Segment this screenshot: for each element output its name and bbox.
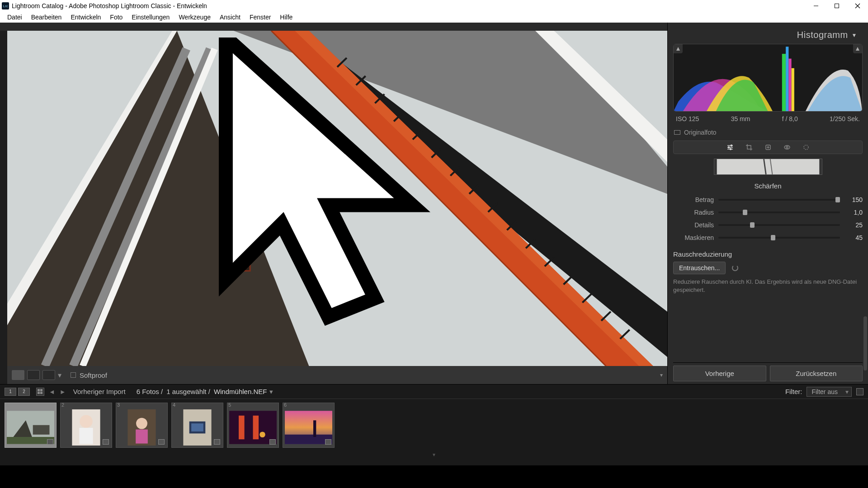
menu-ansicht[interactable]: Ansicht xyxy=(215,12,245,23)
svg-point-63 xyxy=(136,418,147,429)
exif-info: ISO 125 35 mm f / 8,0 1/250 Sek. xyxy=(673,112,863,126)
svg-point-49 xyxy=(784,145,790,149)
slider-details[interactable]: Details 25 xyxy=(673,219,863,231)
redeye-icon[interactable] xyxy=(783,143,791,151)
menu-fenster[interactable]: Fenster xyxy=(245,12,275,23)
slider-value[interactable]: 150 xyxy=(840,196,863,203)
shadow-clipping-icon[interactable] xyxy=(674,44,683,53)
primary-monitor-button[interactable]: 1 xyxy=(5,388,16,396)
masking-icon[interactable] xyxy=(802,143,810,151)
noise-reduction-title: Rauschreduzierung xyxy=(673,250,863,258)
thumbnail-4[interactable]: 4 xyxy=(171,403,223,448)
slider-label: Betrag xyxy=(673,196,718,203)
svg-rect-39 xyxy=(792,68,794,111)
detail-preview[interactable] xyxy=(714,159,822,175)
svg-rect-57 xyxy=(33,425,50,435)
slider-label: Radius xyxy=(673,209,718,216)
svg-rect-61 xyxy=(79,428,93,444)
menu-hilfe[interactable]: Hilfe xyxy=(275,12,297,23)
slider-radius[interactable]: Radius 1,0 xyxy=(673,206,863,219)
svg-rect-67 xyxy=(191,423,203,432)
menu-entwickeln[interactable]: Entwickeln xyxy=(66,12,105,23)
svg-point-60 xyxy=(80,415,92,427)
svg-rect-70 xyxy=(253,416,259,440)
svg-rect-52 xyxy=(717,159,819,174)
thumb-badge-icon xyxy=(269,439,276,445)
filter-select[interactable]: Filter aus ▾ xyxy=(807,387,852,397)
thumb-badge-icon xyxy=(158,439,165,445)
healing-icon[interactable] xyxy=(764,143,772,151)
thumb-badge-icon xyxy=(325,439,331,445)
svg-point-71 xyxy=(259,432,265,437)
source-path[interactable]: Vorheriger Import xyxy=(73,388,126,395)
thumbnail-5[interactable]: 5 xyxy=(227,403,279,448)
thumbnail-6[interactable]: 6 xyxy=(283,403,335,448)
denoise-button[interactable]: Entrauschen... xyxy=(673,262,726,274)
menu-foto[interactable]: Foto xyxy=(105,12,127,23)
workspace: ▾ Softproof ▾ Histogramm ▼ xyxy=(0,23,868,384)
menu-datei[interactable]: Datei xyxy=(3,12,27,23)
panel-scrollbar[interactable] xyxy=(863,316,867,371)
compare-view-button[interactable] xyxy=(42,370,55,380)
secondary-monitor-button[interactable]: 2 xyxy=(18,388,30,396)
toolbar-collapse-icon[interactable]: ▾ xyxy=(660,372,663,378)
title-bar: Lrc Lightroom Catalog - Adobe Photoshop … xyxy=(0,0,868,12)
view-options-dropdown-icon[interactable]: ▾ xyxy=(58,370,62,380)
thumb-badge-icon xyxy=(103,439,109,445)
menu-werkzeuge[interactable]: Werkzeuge xyxy=(174,12,215,23)
reset-button[interactable]: Zurücksetzen xyxy=(770,366,863,381)
thumbnail-1[interactable]: 1 xyxy=(5,403,57,448)
filmstrip-area: 1 2 ◄ ► Vorheriger Import 6 Fotos / 1 au… xyxy=(0,384,868,465)
crop-icon[interactable] xyxy=(745,143,753,151)
close-button[interactable] xyxy=(847,0,868,12)
svg-marker-35 xyxy=(856,47,859,51)
slider-value[interactable]: 45 xyxy=(840,234,863,241)
photo-count: 6 Fotos / xyxy=(137,388,163,395)
loupe-view-button[interactable] xyxy=(12,370,24,380)
noise-reduction-desc: Reduziere Rauschen durch KI. Das Ergebni… xyxy=(673,278,863,294)
original-photo-toggle[interactable]: Originalfoto xyxy=(673,126,863,141)
nav-back-icon[interactable]: ◄ xyxy=(49,388,55,395)
histogram-display[interactable] xyxy=(673,44,863,112)
grid-view-button[interactable] xyxy=(36,388,44,396)
thumb-badge-icon xyxy=(47,439,53,445)
image-canvas[interactable] xyxy=(7,31,667,366)
filter-lock-icon[interactable] xyxy=(856,388,863,395)
original-photo-icon xyxy=(674,130,680,135)
histogram-collapse-icon[interactable]: ▼ xyxy=(852,32,857,38)
svg-rect-7 xyxy=(241,230,250,271)
svg-rect-69 xyxy=(239,416,245,440)
highlight-clipping-icon[interactable] xyxy=(853,44,862,53)
slider-label: Maskieren xyxy=(673,234,718,241)
slider-maskieren[interactable]: Maskieren 45 xyxy=(673,231,863,244)
before-after-button[interactable] xyxy=(27,370,40,380)
thumb-badge-icon xyxy=(214,439,220,445)
previous-button[interactable]: Vorherige xyxy=(673,366,766,381)
svg-rect-1 xyxy=(835,4,839,8)
maximize-button[interactable] xyxy=(826,0,847,12)
exif-focal: 35 mm xyxy=(731,115,750,122)
edit-sliders-icon[interactable] xyxy=(726,143,734,151)
slider-betrag[interactable]: Betrag 150 xyxy=(673,193,863,206)
current-filename[interactable]: Windmühlen.NEF xyxy=(214,388,267,395)
svg-rect-37 xyxy=(786,47,788,111)
slider-value[interactable]: 25 xyxy=(840,221,863,229)
svg-rect-38 xyxy=(788,59,791,111)
nav-forward-icon[interactable]: ► xyxy=(60,388,66,395)
filename-dropdown-icon[interactable]: ▾ xyxy=(269,388,273,396)
sharpen-section-title: Schärfen xyxy=(673,182,863,190)
filmstrip[interactable]: 1 2 3 4 5 6 xyxy=(0,399,868,451)
menu-bearbeiten[interactable]: Bearbeiten xyxy=(27,12,66,23)
minimize-button[interactable] xyxy=(806,0,826,12)
secondary-toolbar: ▾ Softproof ▾ xyxy=(7,366,667,384)
softproof-checkbox[interactable] xyxy=(71,372,76,378)
filmstrip-collapse-icon[interactable]: ▼ xyxy=(0,451,868,458)
menu-einstellungen[interactable]: Einstellungen xyxy=(127,12,174,23)
app-icon: Lrc xyxy=(2,2,9,9)
thumbnail-2[interactable]: 2 xyxy=(60,403,112,448)
thumbnail-3[interactable]: 3 xyxy=(116,403,168,448)
loading-spinner-icon xyxy=(732,265,738,271)
slider-value[interactable]: 1,0 xyxy=(840,209,863,216)
filmstrip-info-bar: 1 2 ◄ ► Vorheriger Import 6 Fotos / 1 au… xyxy=(0,385,868,399)
filter-label: Filter: xyxy=(785,388,802,395)
